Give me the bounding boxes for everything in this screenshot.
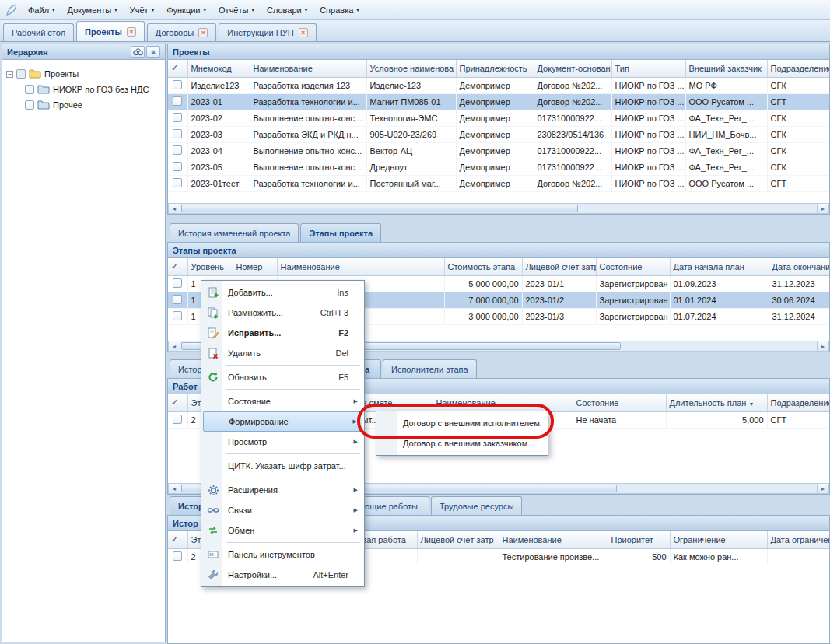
column-header-work[interactable]: вая работа: [359, 531, 417, 548]
submenu-item-contract-external-executor[interactable]: Договор с внешним исполнителем...: [378, 413, 546, 433]
tree-checkbox[interactable]: [25, 85, 34, 94]
tab-stage-executors[interactable]: Исполнители этапа: [383, 359, 477, 378]
scroll-left-icon[interactable]: ◄: [169, 484, 180, 493]
context-menu-item-links[interactable]: Связи ▶: [203, 500, 362, 520]
scroll-left-icon[interactable]: ◄: [169, 341, 180, 351]
scroll-right-icon[interactable]: ►: [817, 204, 828, 213]
row-checkbox[interactable]: [173, 145, 182, 155]
column-header-conditional-name[interactable]: Условное наименова: [366, 60, 456, 77]
tree-item-other[interactable]: Прочее: [6, 97, 161, 113]
tree-checkbox[interactable]: [25, 100, 34, 110]
column-header-external-customer[interactable]: Внешний заказчик: [685, 60, 767, 77]
row-checkbox[interactable]: [173, 96, 182, 106]
tab-labor-resources[interactable]: Трудовые ресурсы: [431, 496, 522, 515]
close-icon[interactable]: ×: [127, 27, 136, 37]
row-checkbox[interactable]: [173, 129, 182, 138]
context-menu-item-edit[interactable]: Исправить... F2: [203, 323, 362, 343]
select-all-header[interactable]: ✓: [168, 258, 187, 275]
row-checkbox[interactable]: [173, 295, 182, 304]
column-header-name[interactable]: Наименование: [499, 531, 608, 548]
column-header-constraint[interactable]: Ограничение: [670, 531, 767, 548]
column-header-plan-start[interactable]: Дата начала план: [670, 258, 769, 275]
context-menu-item-refresh[interactable]: Обновить F5: [203, 367, 362, 387]
row-checkbox[interactable]: [173, 162, 182, 171]
menu-accounting[interactable]: Учёт▾: [124, 2, 160, 18]
column-header-stage-cost[interactable]: Стоимость этапа: [444, 258, 522, 275]
project-row[interactable]: 2023-03Разработка ЭКД и РКД н...905-U020…: [168, 126, 830, 142]
close-icon[interactable]: ×: [299, 28, 308, 37]
column-header-cost-account[interactable]: Лицевой счёт затр: [417, 531, 499, 548]
tree-checkbox[interactable]: [16, 69, 26, 79]
project-row[interactable]: 2023-02Выполнение опытно-конс...Технолог…: [168, 110, 830, 126]
column-header-number[interactable]: Номер: [233, 258, 277, 275]
tab-project-history[interactable]: История изменений проекта: [170, 223, 299, 242]
column-header-level[interactable]: Уровень: [187, 258, 233, 275]
row-checkbox[interactable]: [173, 551, 182, 561]
search-binoculars-icon[interactable]: [131, 46, 145, 58]
column-header-name[interactable]: Наименование: [250, 60, 366, 77]
column-header-plan-end[interactable]: Дата окончани: [769, 258, 830, 275]
menu-help[interactable]: Справка▾: [313, 2, 366, 18]
context-menu-item-citk[interactable]: ЦИТК. Указать шифр затрат...: [203, 456, 362, 476]
select-all-header[interactable]: ✓: [168, 60, 187, 77]
scroll-thumb[interactable]: [181, 205, 578, 212]
tab-desktop[interactable]: Рабочий стол: [3, 23, 74, 41]
collapse-panel-button[interactable]: «: [146, 46, 160, 58]
project-row[interactable]: 2023-01тестРазработка технологии и...Пос…: [168, 175, 830, 191]
expander-icon[interactable]: −: [6, 71, 13, 78]
column-header-belonging[interactable]: Принадлежность: [456, 60, 534, 77]
projects-hscrollbar[interactable]: ◄ ►: [168, 203, 829, 214]
menu-functions[interactable]: Функции▾: [160, 2, 212, 18]
context-menu-item-toolbar[interactable]: Панель инструментов: [203, 544, 362, 565]
project-row[interactable]: 2023-04Выполнение опытно-конс...Вектор-А…: [168, 142, 830, 159]
menu-documents[interactable]: Документы▾: [61, 2, 124, 18]
column-header-state[interactable]: Состояние: [573, 394, 666, 411]
menu-file[interactable]: Файл▾: [22, 2, 61, 18]
context-menu-item-settings[interactable]: Настройки... Alt+Enter: [203, 565, 362, 585]
row-checkbox[interactable]: [173, 415, 182, 424]
column-header-name[interactable]: Наименование: [433, 394, 573, 411]
context-menu-item-extensions[interactable]: Расширения ▶: [203, 480, 362, 500]
context-menu-item-state[interactable]: Состояние ▶: [203, 391, 362, 411]
context-menu-item-exchange[interactable]: Обмен ▶: [203, 520, 362, 541]
column-header-constraint-date[interactable]: Дата ограничени: [767, 531, 830, 548]
context-menu-item-add[interactable]: Добавить... Ins: [203, 282, 362, 303]
column-header-base-document[interactable]: Документ-основан: [534, 60, 611, 77]
column-header-mnemocode[interactable]: Мнемокод: [187, 60, 250, 77]
context-menu-item-formation[interactable]: Формирование ▶: [203, 411, 362, 432]
row-checkbox[interactable]: [173, 113, 182, 122]
tree-item-projects[interactable]: − Проекты: [6, 66, 161, 82]
submenu-item-contract-external-customer[interactable]: Договор с внешним заказчиком...: [378, 433, 546, 453]
column-header-subdivision[interactable]: Подразделение: [767, 60, 830, 77]
select-all-header[interactable]: ✓: [168, 531, 187, 548]
row-checkbox[interactable]: [173, 311, 182, 320]
context-menu-item-duplicate[interactable]: Размножить... Ctrl+F3: [203, 303, 362, 323]
menu-dictionaries[interactable]: Словари▾: [261, 2, 313, 18]
tree-item-niokr-goz[interactable]: НИОКР по ГОЗ без НДС: [6, 82, 161, 97]
context-menu-item-delete[interactable]: Удалить Del: [203, 343, 362, 363]
scroll-left-icon[interactable]: ◄: [169, 204, 180, 213]
select-all-header[interactable]: ✓: [168, 394, 187, 411]
tab-contracts[interactable]: Договоры×: [147, 23, 216, 41]
tab-projects[interactable]: Проекты×: [76, 21, 145, 41]
tab-project-stages[interactable]: Этапы проекта: [300, 223, 381, 242]
column-header-cost-account[interactable]: Лицевой счёт затрат: [522, 258, 596, 275]
menu-reports[interactable]: Отчёты▾: [212, 2, 261, 18]
project-row-selected[interactable]: 2023-01Разработка технологии и...Магнит …: [168, 93, 830, 110]
context-menu-item-view[interactable]: Просмотр ▶: [203, 432, 362, 452]
column-header-state[interactable]: Состояние: [596, 258, 670, 275]
column-header-type[interactable]: Тип: [611, 60, 685, 77]
row-checkbox[interactable]: [173, 80, 182, 89]
column-header-plan-duration[interactable]: Длительность план▼: [666, 394, 767, 411]
column-header-executor-subdivision[interactable]: Подразделение-испо: [767, 394, 830, 411]
row-checkbox[interactable]: [173, 178, 182, 187]
project-row[interactable]: 2023-05Выполнение опытно-конс...Дредноут…: [168, 159, 830, 175]
column-header-in-estimate[interactable]: в смете: [359, 394, 433, 411]
scroll-right-icon[interactable]: ►: [817, 341, 828, 351]
close-icon[interactable]: ×: [198, 28, 208, 37]
row-checkbox[interactable]: [173, 278, 182, 288]
column-header-priority[interactable]: Приоритет: [608, 531, 670, 548]
scroll-right-icon[interactable]: ►: [817, 484, 828, 493]
tab-instructions-pup[interactable]: Инструкции ПУП×: [219, 23, 316, 41]
column-header-name[interactable]: Наименование: [277, 258, 444, 275]
